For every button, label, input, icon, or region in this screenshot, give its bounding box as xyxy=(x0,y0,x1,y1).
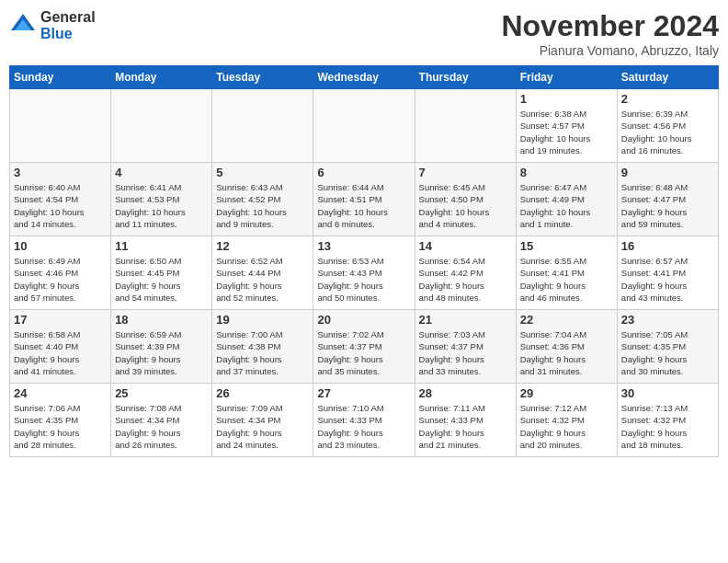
day-number: 9 xyxy=(621,166,714,179)
logo-icon xyxy=(9,12,37,40)
day-detail: Sunrise: 6:47 AM Sunset: 4:49 PM Dayligh… xyxy=(520,181,613,230)
day-number: 28 xyxy=(419,386,512,400)
logo: General Blue xyxy=(9,9,96,41)
day-number: 19 xyxy=(216,313,309,327)
day-detail: Sunrise: 7:00 AM Sunset: 4:38 PM Dayligh… xyxy=(216,328,309,377)
calendar-cell: 1Sunrise: 6:38 AM Sunset: 4:57 PM Daylig… xyxy=(516,89,617,163)
day-detail: Sunrise: 6:58 AM Sunset: 4:40 PM Dayligh… xyxy=(14,328,107,377)
day-number: 25 xyxy=(115,386,208,400)
title-block: November 2024 Pianura Vomano, Abruzzo, I… xyxy=(501,9,719,58)
day-detail: Sunrise: 7:09 AM Sunset: 4:34 PM Dayligh… xyxy=(216,402,309,451)
calendar-cell: 6Sunrise: 6:44 AM Sunset: 4:51 PM Daylig… xyxy=(313,163,415,236)
weekday-header-friday: Friday xyxy=(516,66,617,89)
calendar-cell: 8Sunrise: 6:47 AM Sunset: 4:49 PM Daylig… xyxy=(516,163,617,236)
calendar-cell: 13Sunrise: 6:53 AM Sunset: 4:43 PM Dayli… xyxy=(313,236,415,310)
logo-text: General Blue xyxy=(40,9,96,41)
day-number: 14 xyxy=(419,239,512,253)
calendar-cell: 27Sunrise: 7:10 AM Sunset: 4:33 PM Dayli… xyxy=(313,384,415,457)
day-detail: Sunrise: 7:13 AM Sunset: 4:32 PM Dayligh… xyxy=(621,402,714,451)
calendar-cell: 22Sunrise: 7:04 AM Sunset: 4:36 PM Dayli… xyxy=(516,310,617,384)
calendar-week-row: 24Sunrise: 7:06 AM Sunset: 4:35 PM Dayli… xyxy=(10,384,719,457)
day-number: 6 xyxy=(317,166,410,179)
day-detail: Sunrise: 6:38 AM Sunset: 4:57 PM Dayligh… xyxy=(520,108,613,156)
day-number: 3 xyxy=(14,166,107,179)
day-number: 24 xyxy=(14,386,107,400)
day-detail: Sunrise: 6:48 AM Sunset: 4:47 PM Dayligh… xyxy=(621,181,714,230)
day-detail: Sunrise: 6:55 AM Sunset: 4:41 PM Dayligh… xyxy=(520,255,613,304)
day-detail: Sunrise: 6:45 AM Sunset: 4:50 PM Dayligh… xyxy=(419,181,512,230)
day-detail: Sunrise: 6:43 AM Sunset: 4:52 PM Dayligh… xyxy=(216,181,309,230)
calendar-cell: 23Sunrise: 7:05 AM Sunset: 4:35 PM Dayli… xyxy=(617,310,718,384)
calendar-week-row: 10Sunrise: 6:49 AM Sunset: 4:46 PM Dayli… xyxy=(10,236,719,310)
calendar-cell xyxy=(212,89,313,163)
calendar-cell xyxy=(111,89,212,163)
calendar-cell xyxy=(313,89,415,163)
calendar-cell xyxy=(10,89,111,163)
day-number: 26 xyxy=(216,386,309,400)
calendar-cell: 2Sunrise: 6:39 AM Sunset: 4:56 PM Daylig… xyxy=(617,89,718,163)
calendar-cell: 26Sunrise: 7:09 AM Sunset: 4:34 PM Dayli… xyxy=(212,384,313,457)
calendar-cell: 28Sunrise: 7:11 AM Sunset: 4:33 PM Dayli… xyxy=(415,384,516,457)
day-detail: Sunrise: 6:49 AM Sunset: 4:46 PM Dayligh… xyxy=(14,255,107,304)
calendar-cell: 3Sunrise: 6:40 AM Sunset: 4:54 PM Daylig… xyxy=(10,163,111,236)
weekday-header-row: SundayMondayTuesdayWednesdayThursdayFrid… xyxy=(10,66,719,89)
location: Pianura Vomano, Abruzzo, Italy xyxy=(501,43,719,58)
logo-blue: Blue xyxy=(40,26,96,42)
calendar-cell: 30Sunrise: 7:13 AM Sunset: 4:32 PM Dayli… xyxy=(617,384,718,457)
day-number: 15 xyxy=(520,239,613,253)
weekday-header-monday: Monday xyxy=(111,66,212,89)
day-detail: Sunrise: 7:06 AM Sunset: 4:35 PM Dayligh… xyxy=(14,402,107,451)
day-number: 18 xyxy=(115,313,208,327)
day-detail: Sunrise: 7:11 AM Sunset: 4:33 PM Dayligh… xyxy=(419,402,512,451)
day-detail: Sunrise: 6:57 AM Sunset: 4:41 PM Dayligh… xyxy=(621,255,714,304)
calendar-cell: 7Sunrise: 6:45 AM Sunset: 4:50 PM Daylig… xyxy=(415,163,516,236)
day-number: 23 xyxy=(621,313,714,327)
page-header: General Blue November 2024 Pianura Voman… xyxy=(9,9,719,58)
weekday-header-tuesday: Tuesday xyxy=(212,66,313,89)
day-detail: Sunrise: 7:12 AM Sunset: 4:32 PM Dayligh… xyxy=(520,402,613,451)
logo-general: General xyxy=(40,9,96,26)
calendar-cell: 21Sunrise: 7:03 AM Sunset: 4:37 PM Dayli… xyxy=(415,310,516,384)
day-detail: Sunrise: 6:50 AM Sunset: 4:45 PM Dayligh… xyxy=(115,255,208,304)
calendar-cell: 17Sunrise: 6:58 AM Sunset: 4:40 PM Dayli… xyxy=(10,310,111,384)
day-detail: Sunrise: 6:52 AM Sunset: 4:44 PM Dayligh… xyxy=(216,255,309,304)
weekday-header-wednesday: Wednesday xyxy=(313,66,415,89)
day-number: 13 xyxy=(317,239,410,253)
day-number: 1 xyxy=(520,92,613,106)
day-number: 4 xyxy=(115,166,208,179)
calendar-week-row: 3Sunrise: 6:40 AM Sunset: 4:54 PM Daylig… xyxy=(10,163,719,236)
calendar-cell: 29Sunrise: 7:12 AM Sunset: 4:32 PM Dayli… xyxy=(516,384,617,457)
calendar-table: SundayMondayTuesdayWednesdayThursdayFrid… xyxy=(9,65,719,457)
day-detail: Sunrise: 7:08 AM Sunset: 4:34 PM Dayligh… xyxy=(115,402,208,451)
day-detail: Sunrise: 7:03 AM Sunset: 4:37 PM Dayligh… xyxy=(419,328,512,377)
calendar-cell: 9Sunrise: 6:48 AM Sunset: 4:47 PM Daylig… xyxy=(617,163,718,236)
day-number: 8 xyxy=(520,166,613,179)
day-number: 7 xyxy=(419,166,512,179)
calendar-cell: 4Sunrise: 6:41 AM Sunset: 4:53 PM Daylig… xyxy=(111,163,212,236)
day-detail: Sunrise: 6:41 AM Sunset: 4:53 PM Dayligh… xyxy=(115,181,208,230)
day-detail: Sunrise: 6:39 AM Sunset: 4:56 PM Dayligh… xyxy=(621,108,714,156)
calendar-cell: 10Sunrise: 6:49 AM Sunset: 4:46 PM Dayli… xyxy=(10,236,111,310)
calendar-cell: 11Sunrise: 6:50 AM Sunset: 4:45 PM Dayli… xyxy=(111,236,212,310)
day-detail: Sunrise: 6:44 AM Sunset: 4:51 PM Dayligh… xyxy=(317,181,410,230)
calendar-week-row: 17Sunrise: 6:58 AM Sunset: 4:40 PM Dayli… xyxy=(10,310,719,384)
day-number: 10 xyxy=(14,239,107,253)
day-number: 20 xyxy=(317,313,410,327)
day-detail: Sunrise: 7:05 AM Sunset: 4:35 PM Dayligh… xyxy=(621,328,714,377)
day-number: 27 xyxy=(317,386,410,400)
day-number: 22 xyxy=(520,313,613,327)
day-number: 5 xyxy=(216,166,309,179)
day-detail: Sunrise: 6:40 AM Sunset: 4:54 PM Dayligh… xyxy=(14,181,107,230)
weekday-header-sunday: Sunday xyxy=(10,66,111,89)
month-title: November 2024 xyxy=(501,9,719,43)
day-number: 2 xyxy=(621,92,714,106)
calendar-cell xyxy=(415,89,516,163)
day-number: 21 xyxy=(419,313,512,327)
calendar-cell: 24Sunrise: 7:06 AM Sunset: 4:35 PM Dayli… xyxy=(10,384,111,457)
day-number: 11 xyxy=(115,239,208,253)
day-detail: Sunrise: 7:10 AM Sunset: 4:33 PM Dayligh… xyxy=(317,402,410,451)
weekday-header-saturday: Saturday xyxy=(617,66,718,89)
calendar-cell: 14Sunrise: 6:54 AM Sunset: 4:42 PM Dayli… xyxy=(415,236,516,310)
day-detail: Sunrise: 6:59 AM Sunset: 4:39 PM Dayligh… xyxy=(115,328,208,377)
calendar-cell: 12Sunrise: 6:52 AM Sunset: 4:44 PM Dayli… xyxy=(212,236,313,310)
